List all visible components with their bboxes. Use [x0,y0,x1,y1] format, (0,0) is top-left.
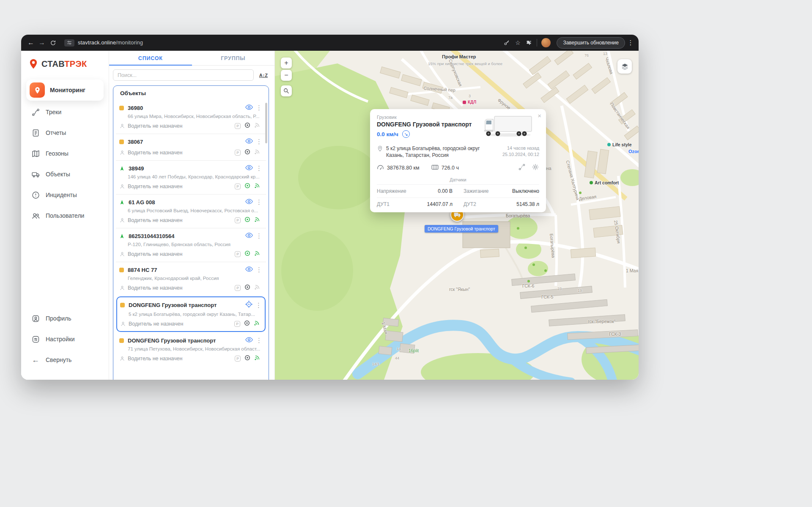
item-menu-icon[interactable]: ⋮ [256,266,260,274]
vehicle-name: 38067 [128,139,143,145]
vehicle-address: 71 улица Петухова, Новосибирск, Новосиби… [119,344,260,351]
logo-text: СТАВТРЭК [41,59,87,69]
build-route-icon[interactable] [518,163,526,173]
vehicle-name: 8874 НС 77 [128,267,157,273]
finish-update-button[interactable]: Завершить обновление [557,37,625,49]
ignition-icon [244,355,250,362]
site-settings-icon[interactable] [64,39,74,47]
visibility-eye-icon[interactable] [245,266,253,274]
parking-sensor-icon: P [235,184,241,189]
vehicle-moving-arrow-icon [119,200,125,205]
sidebar-item-incidents[interactable]: Инциденты [26,186,104,204]
vehicle-status-square-icon [119,106,124,110]
bookmark-star-icon[interactable]: ☆ [512,37,523,48]
address-bar[interactable]: stavtrack.online/monitoring [78,40,143,46]
ignition-icon [244,250,250,258]
vehicle-list-item[interactable]: 862531044310564 ⋮ Р-120, Глинищево, Брян… [116,228,266,262]
item-menu-icon[interactable]: ⋮ [256,138,260,145]
monitoring-icon [30,82,45,98]
sidebar-item-tracks[interactable]: Треки [26,103,104,121]
sidebar-item-settings[interactable]: Настройки [26,330,104,348]
visibility-eye-icon[interactable] [245,104,253,112]
marker-label[interactable]: DONGFENG Грузовой транспорт [425,225,498,233]
vehicle-photo [483,114,533,139]
sidebar-item-monitoring[interactable]: Мониторинг [26,79,104,101]
gps-signal-icon [254,250,260,258]
sidebar-item-profile[interactable]: Профиль [26,309,104,328]
vehicle-list-item[interactable]: 8874 НС 77 ⋮ Геленджик, Краснодарский кр… [116,262,266,296]
list-scrollbar[interactable] [265,103,267,143]
sort-az-button[interactable]: A↕Z [259,73,268,78]
geozones-icon [30,148,41,159]
map-street-label: 1 Мая [626,268,638,273]
browser-menu-icon[interactable]: ⋮ [627,39,634,47]
driver-icon [119,217,125,223]
visibility-eye-icon[interactable] [245,198,253,206]
layers-icon [621,63,629,71]
sidebar-item-label: Профиль [46,315,71,322]
passwords-key-icon[interactable] [501,37,512,48]
visibility-eye-icon[interactable] [245,337,253,344]
reload-button[interactable] [47,37,58,48]
vehicle-list-item-selected[interactable]: DONGFENG Грузовой транспорт ⋮ 5 к2 улица… [116,296,266,332]
logo: СТАВТРЭК [26,57,104,79]
item-menu-icon[interactable]: ⋮ [256,198,260,206]
driver-icon [119,356,125,362]
map-poi-label: КДЛ [463,100,476,104]
vehicle-list-item[interactable]: DONGFENG Грузовой транспорт ⋮ 71 улица П… [116,333,266,366]
sidebar-item-label: Пользователи [46,212,84,219]
visibility-eye-icon[interactable] [245,232,253,240]
parking-sensor-icon: P [234,321,240,327]
item-menu-icon[interactable]: ⋮ [256,104,260,112]
forward-button[interactable]: → [36,37,47,48]
zoom-out-button[interactable]: − [281,70,292,81]
key-icon [503,39,510,46]
sidebar-item-users[interactable]: Пользователи [26,206,104,225]
parking-sensor-icon: P [235,356,241,362]
sensor-row: ДУТ114407.07 л ДУТ25145.38 л [377,197,539,211]
visibility-eye-icon[interactable] [245,138,253,145]
zoom-in-button[interactable]: + [281,58,292,69]
puzzle-icon [526,40,532,46]
sidebar-item-reports[interactable]: Отчеты [26,123,104,142]
vehicle-list-item[interactable]: 38067 ⋮ Водитель не назначен P [116,134,266,160]
popup-settings-gear-icon[interactable] [532,163,539,173]
item-menu-icon[interactable]: ⋮ [256,337,260,344]
search-input[interactable] [113,69,254,81]
popup-last-update: 14 часов назад 25.10.2024, 00:12 [497,145,539,159]
parking-sensor-icon: P [235,217,241,223]
map-street-label: Богатырёва [506,213,530,218]
item-menu-icon[interactable]: ⋮ [256,164,260,172]
marker-truck-icon [454,212,461,217]
sidebar-item-label: Инциденты [46,192,77,198]
item-menu-icon[interactable]: ⋮ [256,232,260,240]
map-canvas[interactable]: Профи Мастер 15% при химчистке трех веще… [275,51,639,380]
locate-target-icon[interactable] [245,301,252,310]
visibility-eye-icon[interactable] [245,164,253,172]
tab-groups[interactable]: ГРУППЫ [192,51,275,65]
house-number: 14/1 [372,362,380,366]
item-menu-icon[interactable]: ⋮ [255,301,260,309]
vehicle-address: 5 к2 улица Богатырёва, городской округ К… [120,310,260,317]
vehicle-list-item[interactable]: 38949 ⋮ 146 улица 40 лет Победы, Краснод… [116,160,266,194]
vehicle-list-item[interactable]: 61 AG 008 ⋮ 6 улица Ростовский Выезд, Но… [116,194,266,228]
back-button[interactable]: ← [25,37,36,48]
url-path: /monitoring [116,40,143,46]
profile-avatar[interactable] [541,38,551,47]
vehicle-list-item[interactable]: 36980 ⋮ 66 улица Мира, Новосибирск, Ново… [116,100,266,134]
tab-list[interactable]: СПИСОК [109,51,192,65]
house-number: 7а [448,96,453,100]
extensions-icon[interactable] [523,37,534,48]
vehicle-moving-arrow-icon [119,233,125,239]
sidebar-item-collapse[interactable]: ← Свернуть [26,351,104,369]
vehicle-address: 66 улица Мира, Новосибирск, Новосибирска… [119,112,260,119]
toolbar-separator [537,39,537,47]
parking-sensor-icon: P [235,285,241,291]
map-poi-label: Life style [607,142,632,147]
map-search-button[interactable] [281,85,292,96]
house-number: 23 [557,287,562,291]
sidebar-item-geozones[interactable]: Геозоны [26,144,104,163]
magnifier-icon [283,88,289,94]
map-layers-button[interactable] [617,59,632,74]
sidebar-item-objects[interactable]: Объекты [26,165,104,184]
